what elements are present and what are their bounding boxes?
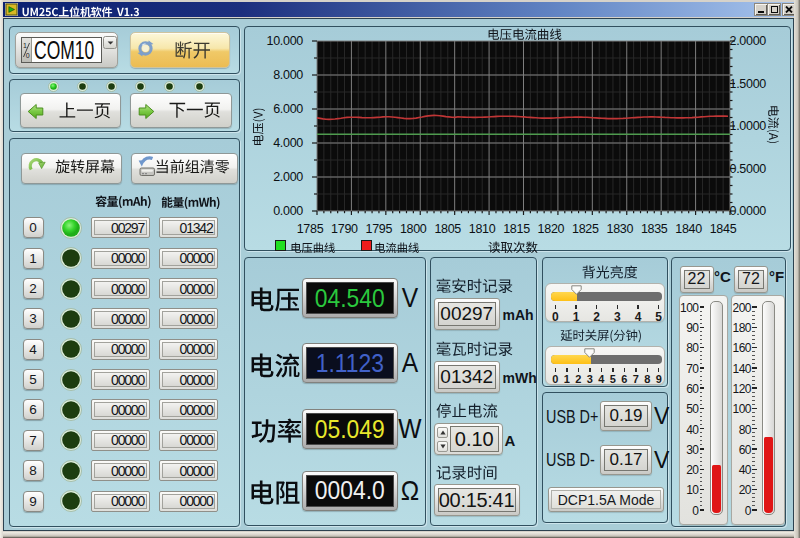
svg-text:1: 1 (23, 42, 27, 49)
svg-text:0: 0 (26, 52, 30, 59)
